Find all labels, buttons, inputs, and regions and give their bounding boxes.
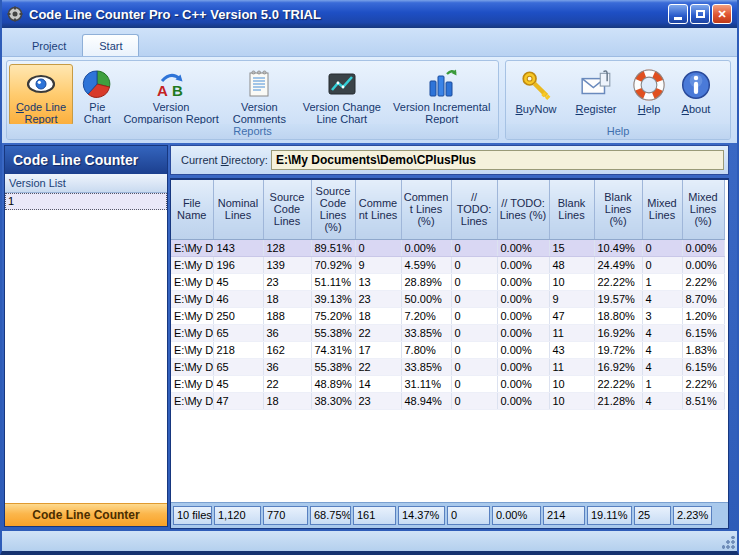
button-label: About <box>682 103 711 115</box>
table-row[interactable]: E:\My Dc19613970.92%94.59%00.00%4824.49%… <box>171 256 724 273</box>
maximize-icon <box>696 10 705 18</box>
table-cell: 0 <box>642 256 682 273</box>
table-cell: 23 <box>355 290 401 307</box>
about-button[interactable]: About <box>672 64 720 126</box>
table-cell: 22.22% <box>594 273 642 290</box>
main-area: Code Line Counter Version List 1 Code Li… <box>2 143 737 531</box>
column-header[interactable]: Comment Lines <box>355 180 401 239</box>
table-cell: 89.51% <box>311 239 355 256</box>
table-cell: 51.11% <box>311 273 355 290</box>
envelope-icon <box>579 68 613 102</box>
button-label: Version Incremental Report <box>388 101 495 125</box>
button-label: Help <box>638 103 661 115</box>
table-cell: 47 <box>549 307 594 324</box>
table-cell: 0.00% <box>497 307 549 324</box>
code-line-report-button[interactable]: Code Line Report <box>9 64 73 126</box>
table-cell: E:\My Dc <box>171 324 213 341</box>
column-header[interactable]: Mixed Lines <box>642 180 682 239</box>
register-button[interactable]: Register <box>566 64 626 126</box>
version-list-item[interactable]: 1 <box>5 193 167 210</box>
table-cell: 0.00% <box>497 341 549 358</box>
table-row[interactable]: E:\My Dc14312889.51%00.00%00.00%1510.49%… <box>171 239 724 256</box>
table-cell: E:\My Dc <box>171 358 213 375</box>
table-cell: 0.00% <box>401 239 451 256</box>
tab-start[interactable]: Start <box>82 34 139 56</box>
maximize-button[interactable] <box>690 4 710 24</box>
help-button[interactable]: Help <box>628 64 670 126</box>
version-change-line-chart-button[interactable]: Version Change Line Chart <box>298 64 385 126</box>
column-header[interactable]: Source Code Lines (%) <box>311 180 355 239</box>
column-header[interactable]: // TODO: Lines <box>451 180 497 239</box>
table-cell: 70.92% <box>311 256 355 273</box>
table-cell: 4 <box>642 341 682 358</box>
table-row[interactable]: E:\My Dc653655.38%2233.85%00.00%1116.92%… <box>171 324 724 341</box>
table-cell: 16.92% <box>594 358 642 375</box>
table-cell: 39.13% <box>311 290 355 307</box>
app-icon <box>7 6 23 22</box>
content-panel: Current Directory: E:\My Documents\Demo\… <box>170 145 729 529</box>
table-cell: 46 <box>213 290 263 307</box>
summary-cell: 19.11% <box>587 506 632 525</box>
table-cell: 0 <box>451 239 497 256</box>
table-cell: 10.49% <box>594 239 642 256</box>
column-header[interactable]: Mixed Lines (%) <box>682 180 724 239</box>
table-row[interactable]: E:\My Dc25018875.20%187.20%00.00%4718.80… <box>171 307 724 324</box>
table-cell: 1 <box>642 375 682 392</box>
pie-chart-button[interactable]: Pie Chart <box>75 64 120 126</box>
column-header[interactable]: File Name <box>171 180 213 239</box>
column-header[interactable]: Blank Lines (%) <box>594 180 642 239</box>
table-cell: 33.85% <box>401 324 451 341</box>
column-header[interactable]: Source Code Lines <box>263 180 311 239</box>
table-cell: E:\My Dc <box>171 290 213 307</box>
status-bar <box>2 531 737 551</box>
table-row[interactable]: E:\My Dc452351.11%1328.89%00.00%1022.22%… <box>171 273 724 290</box>
tab-project[interactable]: Project <box>16 35 82 56</box>
table-cell: 7.20% <box>401 307 451 324</box>
table-cell: 24.49% <box>594 256 642 273</box>
table-cell: 6.15% <box>682 324 724 341</box>
column-header[interactable]: Blank Lines <box>549 180 594 239</box>
current-directory-field[interactable]: E:\My Documents\Demo\CPlusPlus <box>271 150 724 170</box>
table-row[interactable]: E:\My Dc21816274.31%177.80%00.00%4319.72… <box>171 341 724 358</box>
table-cell: 23 <box>355 392 401 409</box>
resize-grip-icon[interactable] <box>722 536 735 549</box>
table-cell: 188 <box>263 307 311 324</box>
close-icon: ✕ <box>717 8 726 20</box>
table-cell: 4 <box>642 290 682 307</box>
table-cell: 22 <box>355 324 401 341</box>
column-header[interactable]: // TODO: Lines (%) <box>497 180 549 239</box>
summary-cell: 161 <box>353 506 396 525</box>
table-row[interactable]: E:\My Dc653655.38%2233.85%00.00%1116.92%… <box>171 358 724 375</box>
table-cell: 250 <box>213 307 263 324</box>
version-list-label: Version List <box>5 174 167 193</box>
table-cell: 18 <box>263 290 311 307</box>
info-icon <box>679 68 713 102</box>
version-comparison-report-button[interactable]: A B Version Comparison Report <box>122 64 221 126</box>
close-button[interactable]: ✕ <box>712 4 732 24</box>
table-cell: 0.00% <box>682 256 724 273</box>
minimize-button[interactable] <box>668 4 688 24</box>
table-cell: 48 <box>549 256 594 273</box>
version-list: 1 <box>5 193 167 503</box>
table-cell: 6.15% <box>682 358 724 375</box>
column-header[interactable]: Nominal Lines <box>213 180 263 239</box>
table-cell: 16.92% <box>594 324 642 341</box>
column-header[interactable]: Comment Lines (%) <box>401 180 451 239</box>
line-chart-icon <box>325 68 359 100</box>
table-row[interactable]: E:\My Dc461839.13%2350.00%00.00%919.57%4… <box>171 290 724 307</box>
table-cell: 36 <box>263 358 311 375</box>
table-cell: 0 <box>451 290 497 307</box>
buynow-button[interactable]: BuyNow <box>508 64 564 126</box>
table-cell: 18 <box>263 392 311 409</box>
table-row[interactable]: E:\My Dc452248.89%1431.11%00.00%1022.22%… <box>171 375 724 392</box>
table-cell: 8.70% <box>682 290 724 307</box>
life-ring-icon <box>632 68 666 102</box>
table-row[interactable]: E:\My Dc471838.30%2348.94%00.00%1021.28%… <box>171 392 724 409</box>
table-cell: 65 <box>213 358 263 375</box>
version-incremental-report-button[interactable]: Version Incremental Report <box>387 64 496 126</box>
table-cell: 4.59% <box>401 256 451 273</box>
version-comments-button[interactable]: Version Comments <box>223 64 297 126</box>
svg-text:A: A <box>157 82 168 99</box>
table-cell: 43 <box>549 341 594 358</box>
code-line-counter-nav-button[interactable]: Code Line Counter <box>5 503 167 526</box>
